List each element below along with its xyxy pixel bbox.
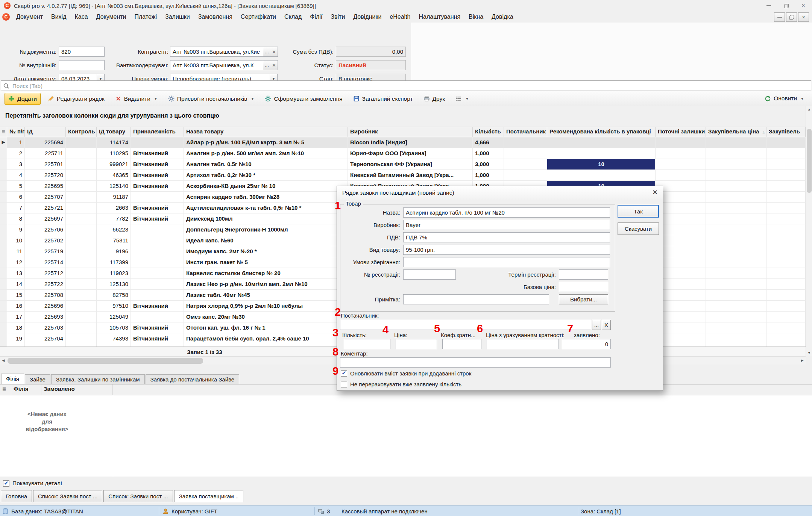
table-row[interactable]: 3225701999021ВітчизнянийАналгин табл. 0.… [0, 159, 806, 170]
column-header-id_tovaru[interactable]: ІД товару [97, 127, 131, 137]
choose-button[interactable]: Вибрати... [559, 294, 608, 304]
storage-conditions-field[interactable] [403, 257, 610, 267]
menu-item-6[interactable]: Залишки [161, 12, 194, 21]
close-icon[interactable]: × [795, 0, 812, 11]
detail-tab-2[interactable]: Зайве [25, 374, 50, 384]
supplier-clear-button[interactable]: X [602, 320, 611, 330]
mdi-minimize-icon[interactable] [774, 12, 785, 22]
menu-item-8[interactable]: Сертифікати [237, 12, 280, 21]
mdi-tab-1[interactable]: Головна [1, 490, 32, 502]
column-header-zakup2[interactable]: Закупівель [766, 127, 806, 137]
consignee-field[interactable]: Апт №003 пгт.Барышевка, ул.К [170, 60, 263, 70]
table-row[interactable]: 2225711110295ВітчизнянийАналгин р-р д/ин… [0, 148, 806, 159]
vertical-scrollbar[interactable]: ▲ ▼ [806, 106, 812, 356]
consignee-clear-icon[interactable]: ✕ [270, 60, 278, 70]
contractor-field[interactable]: Апт №003 пгт.Барышевка, ул.Кие [170, 47, 263, 57]
column-header-zalyshky[interactable]: Поточні залишки [656, 127, 706, 137]
general-export-button[interactable]: Загальний експорт [350, 93, 416, 104]
comment-field[interactable] [340, 357, 611, 368]
no-recalc-checkbox-row[interactable]: ✔ Не перераховувати вже заявлену кількіс… [341, 381, 461, 387]
table-row[interactable]: ▶1225694114174Айлар р-р д/ин. 100 ЕД/мл … [0, 137, 806, 148]
registration-term-field[interactable] [559, 269, 608, 280]
list-options-button[interactable]: ▼ [452, 93, 472, 104]
column-header-prynaleznist[interactable]: Приналежність [131, 127, 184, 137]
dialog-close-icon[interactable]: ✕ [652, 188, 658, 197]
dialog-title-bar[interactable]: Рядок заявки поставщикам (новий запис) ✕ [337, 186, 663, 200]
column-header-rekomendovana[interactable]: Рекомендована кількість в упаковці [547, 127, 656, 137]
mdi-close-icon[interactable]: × [798, 12, 809, 22]
base-price-field[interactable] [559, 282, 608, 292]
horizontal-scroll-thumb[interactable] [8, 358, 203, 364]
menu-item-16[interactable]: Довідка [487, 12, 518, 21]
multiplicity-coef-field[interactable] [442, 339, 481, 349]
refresh-button[interactable]: Оновити▼ [761, 93, 807, 104]
menu-item-2[interactable]: Вихід [47, 12, 71, 21]
note-field[interactable] [403, 294, 549, 304]
scroll-down-icon[interactable]: ▼ [806, 350, 812, 356]
registration-number-field[interactable] [403, 269, 456, 280]
table-row[interactable]: 422572046365ВітчизнянийАртихол табл. 0,2… [0, 170, 806, 181]
consignee-lookup-icon[interactable]: … [263, 60, 271, 70]
restore-icon[interactable] [777, 0, 795, 11]
mdi-restore-icon[interactable] [786, 12, 797, 22]
minimize-icon[interactable] [760, 0, 777, 11]
menu-item-1[interactable]: Документ [12, 12, 47, 21]
add-button[interactable]: Додати [5, 93, 41, 105]
assign-suppliers-button[interactable]: Присвоїти постачальників▼ [165, 93, 258, 104]
doc-number-field[interactable]: 820 [59, 47, 105, 57]
manufacturer-field[interactable]: Bayer [403, 220, 610, 230]
menu-item-3[interactable]: Каса [70, 12, 92, 21]
column-header-id[interactable]: ІД [25, 127, 66, 137]
column-header-zakup_tsina[interactable]: Закупівельна ціна▵ [706, 127, 766, 137]
search-input[interactable] [12, 82, 811, 89]
menu-item-11[interactable]: Звіти [326, 12, 349, 21]
menu-item-12[interactable]: Довідники [349, 12, 386, 21]
contractor-clear-icon[interactable]: ✕ [270, 47, 278, 57]
scroll-left-icon[interactable]: ◀ [0, 357, 7, 365]
form-order-button[interactable]: Сформувати замовлення [261, 93, 346, 104]
scroll-right-icon[interactable]: ▶ [799, 357, 806, 365]
ok-button[interactable]: Так [618, 205, 659, 218]
show-details-toggle[interactable]: ✔ Показувати деталі [3, 479, 62, 488]
price-with-multiplicity-field[interactable] [487, 339, 559, 349]
update-request-checkbox-row[interactable]: ✔ Оновлювати вміст заявки при додаванні … [341, 370, 471, 377]
detail-col-filia[interactable]: Філія [11, 384, 41, 395]
mdi-tab-4[interactable]: Заявка поставщикам .. [174, 490, 244, 502]
mdi-tab-2[interactable]: Список: Заявки пост ... [33, 490, 102, 502]
mdi-tab-3[interactable]: Список: Заявки пост ... [103, 490, 173, 502]
internal-number-field[interactable] [59, 60, 105, 70]
quantity-field[interactable] [344, 339, 390, 349]
menu-item-10[interactable]: Філії [306, 12, 326, 21]
product-name-field[interactable]: Аспирин кардио табл. п/о 100 мг №20 [403, 207, 610, 218]
column-header-kontrol[interactable]: Контроль [66, 127, 97, 137]
detail-col-zamovleno[interactable]: Замовлено [41, 384, 113, 395]
price-field[interactable] [396, 339, 437, 349]
show-details-checkbox[interactable]: ✔ [3, 480, 9, 487]
menu-item-14[interactable]: Налаштування [415, 12, 465, 21]
column-header-kilkist[interactable]: Кількість [473, 127, 504, 137]
detail-tab-1[interactable]: Філія [1, 374, 24, 384]
menu-item-4[interactable]: Документи [92, 12, 131, 21]
menu-item-13[interactable]: eHealth [386, 12, 414, 21]
scroll-up-icon[interactable]: ▲ [806, 106, 812, 113]
print-button[interactable]: Друк [420, 93, 448, 104]
column-header-nazva[interactable]: Назва товару [184, 127, 348, 137]
column-header-vyrobnyk[interactable]: Виробник [348, 127, 473, 137]
vertical-scroll-thumb[interactable] [807, 129, 812, 193]
update-request-checkbox[interactable]: ✔ [341, 370, 347, 377]
menu-item-15[interactable]: Вікна [464, 12, 487, 21]
no-recalc-checkbox[interactable]: ✔ [341, 381, 347, 387]
column-header-ind[interactable]: ≣ [0, 127, 7, 137]
menu-item-5[interactable]: Платежі [131, 12, 161, 21]
cancel-button[interactable]: Скасувати [618, 222, 659, 235]
column-header-postachalnyk[interactable]: Постачальник [504, 127, 547, 137]
detail-tab-4[interactable]: Заявка до постачальника Зайве [146, 374, 240, 384]
delete-button[interactable]: Видалити▼ [112, 93, 161, 104]
menu-item-7[interactable]: Замовлення [194, 12, 237, 21]
supplier-field[interactable] [340, 320, 591, 330]
edit-row-button[interactable]: Редагувати рядок [44, 93, 108, 104]
menu-item-9[interactable]: Склад [280, 12, 306, 21]
detail-tab-3[interactable]: Заявка. Залишки по замінникам [51, 374, 145, 384]
group-by-panel[interactable]: Перетягніть заголовок колонки сюди для у… [0, 106, 806, 127]
product-kind-field[interactable]: 95-100 грн. [403, 245, 610, 255]
